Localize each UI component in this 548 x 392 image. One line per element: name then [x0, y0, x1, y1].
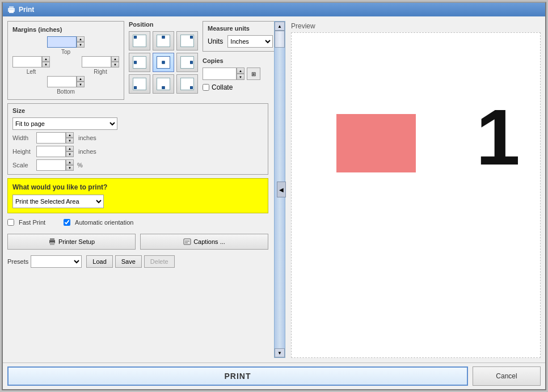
- position-section: Position: [129, 21, 198, 100]
- margin-top-label: Top: [61, 49, 70, 55]
- size-section: Size Fit to page Custom Letter A4 Width …: [7, 103, 268, 175]
- margins-title: Margins (inches): [12, 26, 119, 33]
- height-label: Height: [12, 148, 33, 155]
- margin-right-group: 0,00 ▲ ▼ Right: [82, 56, 119, 75]
- height-input[interactable]: 4,00: [36, 146, 66, 157]
- width-input[interactable]: 6,00: [36, 132, 66, 144]
- left-panel: Margins (inches) 0,00 ▲ ▼: [7, 21, 268, 358]
- margin-right-down[interactable]: ▼: [111, 62, 119, 68]
- margin-left-spinner: 0,00 ▲ ▼: [12, 56, 50, 68]
- measure-title: Measure units: [208, 25, 273, 32]
- print-area-select[interactable]: Print the Selected Area Print the Entire…: [12, 195, 104, 208]
- margin-right-spinbtns: ▲ ▼: [111, 56, 119, 68]
- collate-checkbox[interactable]: [203, 84, 209, 91]
- margin-right-input[interactable]: 0,00: [82, 56, 111, 68]
- collate-label: Collate: [212, 83, 233, 91]
- auto-orientation-label: Automatic orientation: [75, 219, 133, 226]
- pos-btn-br[interactable]: [176, 74, 198, 94]
- pos-btn-tl[interactable]: [129, 31, 150, 50]
- presets-btns: Load Save Delete: [86, 255, 174, 268]
- preview-area: 1: [291, 32, 541, 358]
- presets-load-button[interactable]: Load: [86, 255, 112, 268]
- print-icon: [7, 6, 15, 14]
- pos-btn-mr[interactable]: [176, 53, 198, 72]
- preview-content: 1: [292, 33, 540, 357]
- collapse-arrow[interactable]: ◀: [277, 182, 286, 197]
- captions-button[interactable]: Captions ...: [140, 234, 268, 250]
- height-up[interactable]: ▲: [66, 146, 74, 151]
- copies-title: Copies: [203, 57, 278, 64]
- margin-bottom-label: Bottom: [57, 88, 75, 95]
- printer-icon: [48, 238, 56, 246]
- height-spinbtns: ▲ ▼: [66, 146, 74, 157]
- pos-btn-tr[interactable]: [176, 31, 198, 50]
- scroll-up[interactable]: ▲: [275, 22, 285, 31]
- scale-up[interactable]: ▲: [66, 159, 74, 165]
- scroll-down[interactable]: ▼: [275, 348, 285, 357]
- copies-down[interactable]: ▼: [237, 74, 245, 80]
- svg-rect-6: [184, 239, 191, 245]
- margin-bottom-up[interactable]: ▲: [77, 76, 85, 82]
- margins-section: Margins (inches) 0,00 ▲ ▼: [7, 21, 124, 100]
- scale-input[interactable]: 100: [36, 159, 66, 171]
- size-title: Size: [12, 107, 263, 114]
- width-spinbtns: ▲ ▼: [66, 132, 74, 144]
- preview-number: 1: [476, 98, 520, 177]
- scale-unit: %: [77, 162, 83, 168]
- scale-down[interactable]: ▼: [66, 165, 74, 171]
- margin-right-label: Right: [94, 69, 107, 75]
- print-dialog: Print Margins (inches) 0,00: [2, 2, 546, 390]
- size-select[interactable]: Fit to page Custom Letter A4: [12, 117, 117, 130]
- margin-bottom-down[interactable]: ▼: [77, 82, 85, 87]
- printer-setup-button[interactable]: Printer Setup: [7, 234, 136, 250]
- margin-left-down[interactable]: ▼: [42, 62, 50, 68]
- pos-btn-bl[interactable]: [129, 74, 150, 94]
- width-up[interactable]: ▲: [66, 132, 74, 138]
- margin-top-up[interactable]: ▲: [77, 36, 85, 42]
- scale-spinbtns: ▲ ▼: [66, 159, 74, 171]
- scale-row: Scale 100 ▲ ▼ %: [12, 159, 263, 171]
- dialog-body: Margins (inches) 0,00 ▲ ▼: [3, 16, 545, 363]
- margin-top-down[interactable]: ▼: [77, 42, 85, 48]
- height-row: Height 4,00 ▲ ▼ inches: [12, 146, 263, 157]
- right-settings: Measure units Units Inches Centimeters M…: [203, 21, 278, 100]
- margin-top-input[interactable]: 0,00: [47, 36, 77, 48]
- copies-input[interactable]: 1: [203, 68, 237, 80]
- presets-select[interactable]: [31, 255, 82, 268]
- margin-bottom-input[interactable]: 0,00: [47, 76, 77, 87]
- copies-up[interactable]: ▲: [237, 68, 245, 74]
- collate-row: Collate: [203, 83, 278, 91]
- pos-btn-bc[interactable]: [153, 74, 174, 94]
- copies-spin-icon[interactable]: ⊞: [247, 68, 260, 80]
- margin-right-up[interactable]: ▲: [111, 56, 119, 62]
- margin-bottom-group: 0,00 ▲ ▼ Bottom: [47, 76, 85, 95]
- printer-setup-label: Printer Setup: [58, 238, 95, 245]
- margin-left-up[interactable]: ▲: [42, 56, 50, 62]
- scroll-thumb[interactable]: [275, 31, 285, 48]
- cancel-button[interactable]: Cancel: [473, 366, 541, 386]
- right-panel: Preview 1: [291, 21, 541, 358]
- margin-bottom-spinner: 0,00 ▲ ▼: [47, 76, 85, 87]
- pos-btn-ml[interactable]: [129, 53, 150, 72]
- preview-label: Preview: [291, 21, 541, 32]
- presets-save-button[interactable]: Save: [115, 255, 142, 268]
- height-down[interactable]: ▼: [66, 151, 74, 157]
- margin-top-group: 0,00 ▲ ▼ Top: [47, 36, 85, 55]
- svg-rect-4: [50, 238, 54, 241]
- presets-delete-button[interactable]: Delete: [144, 255, 175, 268]
- captions-icon: [183, 238, 191, 246]
- margin-left-group: 0,00 ▲ ▼ Left: [12, 56, 50, 75]
- pos-btn-mc[interactable]: [153, 53, 174, 72]
- pos-btn-tc[interactable]: [153, 31, 174, 50]
- scroll-bar[interactable]: ▲ ▼ ◀: [274, 21, 285, 358]
- auto-orientation-checkbox[interactable]: [64, 219, 70, 226]
- height-unit: inches: [78, 148, 96, 155]
- print-button[interactable]: PRINT: [7, 366, 468, 386]
- width-down[interactable]: ▼: [66, 138, 74, 144]
- units-select[interactable]: Inches Centimeters Millimeters Points: [227, 35, 273, 48]
- fast-print-checkbox[interactable]: [7, 219, 14, 226]
- margins-grid: 0,00 ▲ ▼ Top: [12, 36, 119, 95]
- margin-top-spinner: 0,00 ▲ ▼: [47, 36, 85, 48]
- margin-left-input[interactable]: 0,00: [12, 56, 42, 68]
- copies-spin: 1 ▲ ▼ ⊞: [203, 68, 278, 80]
